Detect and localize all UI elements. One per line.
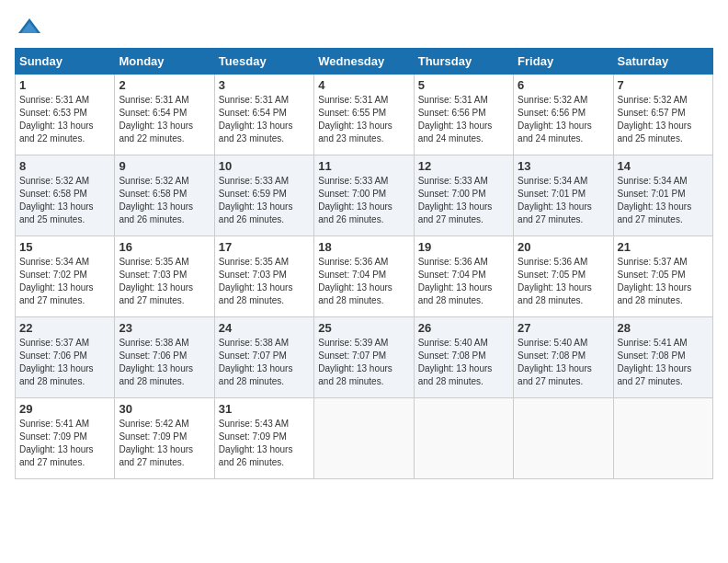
day-info: Sunrise: 5:37 AMSunset: 7:05 PMDaylight:… — [618, 257, 692, 305]
day-number: 9 — [119, 159, 210, 173]
day-number: 7 — [618, 78, 709, 92]
day-number: 5 — [418, 78, 509, 92]
day-number: 1 — [19, 78, 110, 92]
day-number: 24 — [219, 321, 310, 335]
day-info: Sunrise: 5:38 AMSunset: 7:06 PMDaylight:… — [119, 338, 193, 386]
calendar-week-row: 29 Sunrise: 5:41 AMSunset: 7:09 PMDaylig… — [16, 398, 713, 479]
page-header — [15, 15, 713, 40]
day-number: 31 — [219, 402, 310, 416]
calendar-week-row: 1 Sunrise: 5:31 AMSunset: 6:53 PMDayligh… — [16, 75, 713, 155]
day-info: Sunrise: 5:35 AMSunset: 7:03 PMDaylight:… — [219, 257, 293, 305]
day-number: 13 — [518, 159, 609, 173]
header-monday: Monday — [115, 49, 214, 75]
calendar-cell: 16 Sunrise: 5:35 AMSunset: 7:03 PMDaylig… — [115, 236, 214, 317]
day-info: Sunrise: 5:39 AMSunset: 7:07 PMDaylight:… — [318, 338, 392, 386]
calendar-cell — [514, 398, 613, 479]
day-number: 26 — [418, 321, 509, 335]
day-info: Sunrise: 5:40 AMSunset: 7:08 PMDaylight:… — [518, 338, 592, 386]
day-info: Sunrise: 5:43 AMSunset: 7:09 PMDaylight:… — [219, 419, 293, 467]
day-number: 21 — [618, 240, 709, 254]
calendar-cell: 18 Sunrise: 5:36 AMSunset: 7:04 PMDaylig… — [314, 236, 414, 317]
calendar-cell: 8 Sunrise: 5:32 AMSunset: 6:58 PMDayligh… — [16, 155, 115, 236]
calendar-cell: 27 Sunrise: 5:40 AMSunset: 7:08 PMDaylig… — [514, 317, 613, 398]
header-tuesday: Tuesday — [214, 49, 313, 75]
day-info: Sunrise: 5:31 AMSunset: 6:56 PMDaylight:… — [418, 95, 493, 144]
calendar-cell: 5 Sunrise: 5:31 AMSunset: 6:56 PMDayligh… — [414, 75, 513, 155]
day-number: 16 — [119, 240, 210, 254]
calendar-week-row: 15 Sunrise: 5:34 AMSunset: 7:02 PMDaylig… — [16, 236, 713, 317]
calendar-cell: 13 Sunrise: 5:34 AMSunset: 7:01 PMDaylig… — [514, 155, 613, 236]
calendar-cell — [314, 398, 414, 479]
calendar-week-row: 22 Sunrise: 5:37 AMSunset: 7:06 PMDaylig… — [16, 317, 713, 398]
day-info: Sunrise: 5:31 AMSunset: 6:54 PMDaylight:… — [219, 95, 293, 144]
calendar-cell: 11 Sunrise: 5:33 AMSunset: 7:00 PMDaylig… — [314, 155, 414, 236]
day-info: Sunrise: 5:36 AMSunset: 7:04 PMDaylight:… — [318, 257, 392, 305]
calendar-cell: 2 Sunrise: 5:31 AMSunset: 6:54 PMDayligh… — [115, 75, 214, 155]
logo — [15, 15, 42, 40]
day-info: Sunrise: 5:36 AMSunset: 7:05 PMDaylight:… — [518, 257, 592, 305]
calendar-cell: 4 Sunrise: 5:31 AMSunset: 6:55 PMDayligh… — [314, 75, 414, 155]
day-number: 25 — [318, 321, 409, 335]
calendar-header-row: SundayMondayTuesdayWednesdayThursdayFrid… — [16, 49, 713, 75]
day-number: 12 — [418, 159, 509, 173]
calendar-cell: 3 Sunrise: 5:31 AMSunset: 6:54 PMDayligh… — [214, 75, 313, 155]
calendar-cell: 24 Sunrise: 5:38 AMSunset: 7:07 PMDaylig… — [214, 317, 313, 398]
day-number: 23 — [119, 321, 210, 335]
day-number: 19 — [418, 240, 509, 254]
header-thursday: Thursday — [414, 49, 513, 75]
day-info: Sunrise: 5:32 AMSunset: 6:56 PMDaylight:… — [518, 95, 592, 144]
day-number: 10 — [219, 159, 310, 173]
day-info: Sunrise: 5:33 AMSunset: 7:00 PMDaylight:… — [418, 176, 493, 224]
calendar-cell: 26 Sunrise: 5:40 AMSunset: 7:08 PMDaylig… — [414, 317, 513, 398]
day-info: Sunrise: 5:41 AMSunset: 7:08 PMDaylight:… — [618, 338, 692, 386]
calendar-cell: 25 Sunrise: 5:39 AMSunset: 7:07 PMDaylig… — [314, 317, 414, 398]
day-info: Sunrise: 5:31 AMSunset: 6:55 PMDaylight:… — [318, 95, 392, 144]
calendar-cell: 9 Sunrise: 5:32 AMSunset: 6:58 PMDayligh… — [115, 155, 214, 236]
day-number: 27 — [518, 321, 609, 335]
day-number: 17 — [219, 240, 310, 254]
day-number: 4 — [318, 78, 409, 92]
calendar-cell: 17 Sunrise: 5:35 AMSunset: 7:03 PMDaylig… — [214, 236, 313, 317]
calendar-cell: 15 Sunrise: 5:34 AMSunset: 7:02 PMDaylig… — [16, 236, 115, 317]
day-info: Sunrise: 5:33 AMSunset: 7:00 PMDaylight:… — [318, 176, 392, 224]
calendar-cell: 22 Sunrise: 5:37 AMSunset: 7:06 PMDaylig… — [16, 317, 115, 398]
day-info: Sunrise: 5:38 AMSunset: 7:07 PMDaylight:… — [219, 338, 293, 386]
day-info: Sunrise: 5:32 AMSunset: 6:58 PMDaylight:… — [119, 176, 193, 224]
calendar-cell: 1 Sunrise: 5:31 AMSunset: 6:53 PMDayligh… — [16, 75, 115, 155]
day-number: 11 — [318, 159, 409, 173]
day-info: Sunrise: 5:41 AMSunset: 7:09 PMDaylight:… — [19, 419, 94, 467]
day-info: Sunrise: 5:42 AMSunset: 7:09 PMDaylight:… — [119, 419, 193, 467]
header-wednesday: Wednesday — [314, 49, 414, 75]
day-number: 6 — [518, 78, 609, 92]
calendar-cell — [414, 398, 513, 479]
calendar-cell: 6 Sunrise: 5:32 AMSunset: 6:56 PMDayligh… — [514, 75, 613, 155]
calendar-cell: 28 Sunrise: 5:41 AMSunset: 7:08 PMDaylig… — [613, 317, 712, 398]
day-info: Sunrise: 5:40 AMSunset: 7:08 PMDaylight:… — [418, 338, 493, 386]
day-info: Sunrise: 5:34 AMSunset: 7:01 PMDaylight:… — [518, 176, 592, 224]
day-number: 20 — [518, 240, 609, 254]
day-info: Sunrise: 5:32 AMSunset: 6:58 PMDaylight:… — [19, 176, 94, 224]
calendar-cell: 21 Sunrise: 5:37 AMSunset: 7:05 PMDaylig… — [613, 236, 712, 317]
day-number: 28 — [618, 321, 709, 335]
day-info: Sunrise: 5:31 AMSunset: 6:53 PMDaylight:… — [19, 95, 94, 144]
day-info: Sunrise: 5:35 AMSunset: 7:03 PMDaylight:… — [119, 257, 193, 305]
day-info: Sunrise: 5:34 AMSunset: 7:01 PMDaylight:… — [618, 176, 692, 224]
calendar-week-row: 8 Sunrise: 5:32 AMSunset: 6:58 PMDayligh… — [16, 155, 713, 236]
calendar-cell: 12 Sunrise: 5:33 AMSunset: 7:00 PMDaylig… — [414, 155, 513, 236]
day-number: 15 — [19, 240, 110, 254]
header-sunday: Sunday — [16, 49, 115, 75]
day-info: Sunrise: 5:34 AMSunset: 7:02 PMDaylight:… — [19, 257, 94, 305]
day-info: Sunrise: 5:37 AMSunset: 7:06 PMDaylight:… — [19, 338, 94, 386]
calendar-cell: 19 Sunrise: 5:36 AMSunset: 7:04 PMDaylig… — [414, 236, 513, 317]
calendar-cell: 7 Sunrise: 5:32 AMSunset: 6:57 PMDayligh… — [613, 75, 712, 155]
day-number: 18 — [318, 240, 409, 254]
day-info: Sunrise: 5:31 AMSunset: 6:54 PMDaylight:… — [119, 95, 193, 144]
day-number: 8 — [19, 159, 110, 173]
header-friday: Friday — [514, 49, 613, 75]
day-info: Sunrise: 5:33 AMSunset: 6:59 PMDaylight:… — [219, 176, 293, 224]
day-number: 14 — [618, 159, 709, 173]
day-info: Sunrise: 5:36 AMSunset: 7:04 PMDaylight:… — [418, 257, 493, 305]
calendar-cell: 10 Sunrise: 5:33 AMSunset: 6:59 PMDaylig… — [214, 155, 313, 236]
calendar-cell: 14 Sunrise: 5:34 AMSunset: 7:01 PMDaylig… — [613, 155, 712, 236]
day-info: Sunrise: 5:32 AMSunset: 6:57 PMDaylight:… — [618, 95, 692, 144]
